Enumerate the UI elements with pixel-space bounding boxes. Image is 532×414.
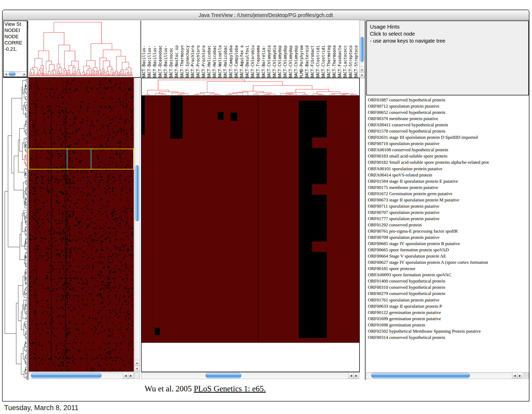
gene-label[interactable]: ORF00673 stage II sporulation protein M … — [368, 197, 528, 203]
gene-label[interactable]: ORF01699 germination protein putative — [368, 316, 528, 322]
gene-label[interactable]: ORF00314 conserved hypothetical protein — [368, 334, 528, 340]
gene-label[interactable]: ORF01777 sporulation protein putative — [368, 215, 528, 222]
gene-hscrollbar[interactable]: ◀ ▶ — [366, 372, 529, 379]
gene-label[interactable]: ORF00181 spore protease — [368, 265, 528, 272]
zoom-heatmap[interactable] — [142, 96, 359, 343]
gene-label[interactable]: ORF00627 stage IV sporulation protein A … — [368, 259, 528, 265]
column-label: BACT-Prochloro — [201, 21, 207, 78]
gene-label[interactable]: ORF00665 spore formation protein spoVAD — [368, 247, 528, 253]
divider — [3, 77, 141, 78]
zoom-column-dendrogram[interactable] — [142, 78, 359, 95]
scroll-right-icon[interactable]: ▶ — [354, 372, 359, 379]
gene-label[interactable]: ORF00711 sporulation protein putative — [368, 203, 528, 209]
zoom-hscrollbar[interactable]: ◀ ▶ — [142, 372, 359, 379]
gene-label[interactable]: ORF00175 membrane protein putative — [368, 184, 528, 190]
gene-label[interactable]: ORFA00411 conserved hypothetical protein — [368, 122, 528, 128]
gene-label[interactable]: ORF00710 sporulation protein putative — [368, 140, 528, 147]
gene-hscroll-thumb[interactable] — [371, 373, 470, 378]
gene-label[interactable]: ORF02631 stage III sporulation protein D… — [368, 134, 528, 140]
column-label: BACT-Chlamydop — [294, 21, 299, 78]
column-label: BACT-Clostridi — [321, 21, 327, 78]
gene-label[interactable]: ORF01292 conserved protein — [368, 222, 528, 228]
global-column-dendrogram[interactable] — [29, 21, 133, 77]
scroll-right-icon[interactable]: ▶ — [22, 71, 27, 77]
global-vscrollbar[interactable]: ▲ ▼ — [134, 78, 140, 372]
gene-label[interactable]: ORF01887 conserved hypothetical protein — [368, 97, 528, 103]
title-bar[interactable]: Java TreeView : /Users/jeisen/Desktop/PG… — [3, 10, 529, 20]
gene-label[interactable]: ORF02502 hypothetical Membrane Spanning … — [368, 328, 528, 334]
caption-link[interactable]: PLoS Genetics 1: e65. — [194, 384, 266, 393]
status-hscrollbar[interactable]: ◀ ▶ — [4, 71, 27, 77]
column-label: BACT-Helicobac — [212, 21, 218, 78]
scroll-left-icon[interactable]: ◀ — [123, 372, 128, 379]
column-label: BACT-Campyloba — [229, 21, 234, 78]
status-line: -0.21. — [4, 46, 27, 52]
global-vscroll-thumb[interactable] — [135, 165, 139, 221]
column-label: BACT-Chlamydop — [283, 21, 288, 78]
column-label: BACT-Chlamydia — [272, 21, 278, 78]
column-label: BACT-Deinococ — [169, 21, 174, 78]
gene-label[interactable]: ORF00633 stage II sporulation protein P — [368, 303, 528, 309]
status-line: NODEI — [4, 27, 27, 34]
resize-grip-icon[interactable] — [523, 373, 528, 378]
scroll-down-icon[interactable]: ▼ — [360, 72, 364, 78]
gene-label[interactable]: ORFA00108 conserved hypothetical protein — [368, 147, 528, 153]
gene-label[interactable]: ORF01584 stage II sporulation protein E … — [368, 178, 528, 184]
column-label: BACT-Thermotog — [327, 21, 332, 78]
caption: Wu et al. 2005 PLoS Genetics 1: e65. — [104, 384, 307, 393]
slide: Java TreeView : /Users/jeisen/Desktop/PG… — [0, 0, 532, 414]
gene-label[interactable]: ORF00712 sporulation protein putative — [368, 103, 528, 109]
gene-label[interactable]: ORF00707 sporulation protein putative — [368, 209, 528, 215]
scroll-left-icon[interactable]: ◀ — [348, 372, 354, 379]
column-labels-vscrollbar[interactable]: ▲ ▼ — [359, 21, 365, 78]
scroll-left-icon[interactable]: ◀ — [512, 372, 517, 379]
scroll-up-icon[interactable]: ▲ — [360, 67, 364, 72]
column-label: BACT-Clostridi — [316, 21, 321, 78]
gene-label[interactable]: ORFA00093 spore formation protein spoVAC — [368, 272, 528, 278]
selected-column-marker — [91, 149, 91, 169]
global-hscroll-thumb[interactable] — [31, 373, 102, 378]
gene-label[interactable]: ORF01578 conserved hypothetical protein — [368, 128, 528, 134]
gene-label[interactable]: ORF01761 sporulation protein putative — [368, 297, 528, 303]
status-hscroll-thumb[interactable] — [9, 72, 16, 76]
gene-label[interactable]: ORF00685 stage IV sporulation protein B … — [368, 240, 528, 247]
gene-label[interactable]: ORF00664 Stage V sporulation protein AE — [368, 253, 528, 259]
column-label: PLMD-Porphyrom — [299, 21, 305, 78]
gene-label[interactable]: ORF00310 conserved hypothetical protein — [368, 284, 528, 290]
column-label: BACT-Thermoana — [332, 21, 337, 78]
row-dendrogram[interactable] — [3, 78, 27, 380]
global-hscrollbar[interactable]: ◀ ▶ — [29, 372, 134, 379]
gene-label[interactable]: ORF01698 germination protein — [368, 322, 528, 328]
gene-label[interactable]: ORF00370 membrane protein putative — [368, 115, 528, 122]
status-line: NODE — [4, 34, 27, 40]
selection-rectangle — [29, 149, 134, 169]
global-heatmap[interactable] — [29, 78, 134, 372]
scroll-up-icon[interactable]: ▲ — [135, 360, 139, 366]
gene-label[interactable]: ORF01672 Germination protein germ putati… — [368, 190, 528, 197]
column-labels-vscroll-thumb[interactable] — [360, 37, 364, 62]
zoom-view — [141, 78, 360, 372]
column-label: BACT-Helicobac — [223, 21, 229, 78]
gene-label[interactable]: ORF00652 conserved hypothetical protein — [368, 109, 528, 115]
gene-label[interactable]: ORF00182 Small acid-soluble spore protei… — [368, 159, 528, 165]
column-label: BACT-Wolinella — [218, 21, 223, 78]
column-label: BACT-Oceanobac — [158, 21, 163, 78]
gene-label[interactable]: ORFA00414 spoVS-related protein — [368, 172, 528, 178]
column-label: BACT-Streptoco — [348, 21, 354, 78]
scroll-down-icon[interactable]: ▼ — [135, 366, 139, 371]
usage-hints-line1: Click to select node — [370, 30, 525, 37]
gene-label[interactable]: ORF00279 conserved hypothetical protein — [368, 290, 528, 297]
gene-label-list: ORF01887 conserved hypothetical proteinO… — [368, 97, 528, 342]
gene-label[interactable]: ORF00122 germination protein putative — [368, 309, 528, 316]
zoom-hscroll-thumb[interactable] — [205, 373, 241, 378]
scroll-right-icon[interactable]: ▶ — [517, 372, 522, 379]
column-label: BACT-Thermosyn — [180, 21, 185, 78]
gene-label[interactable]: ORF00709 sporulation protein putative — [368, 234, 528, 240]
gene-label[interactable]: ORFA00101 sporulation protein putative — [368, 166, 528, 172]
column-label: BACT-Bacillus- — [152, 21, 158, 78]
scroll-left-icon[interactable]: ◀ — [4, 71, 8, 77]
gene-label[interactable]: ORF00183 small acid-soluble spore protei… — [368, 153, 528, 159]
gene-label[interactable]: ORF01400 conserved hypothetical protein — [368, 278, 528, 284]
gene-label[interactable]: ORF00761 pro-sigma-E processing factor s… — [368, 228, 528, 234]
scroll-right-icon[interactable]: ▶ — [128, 372, 133, 379]
